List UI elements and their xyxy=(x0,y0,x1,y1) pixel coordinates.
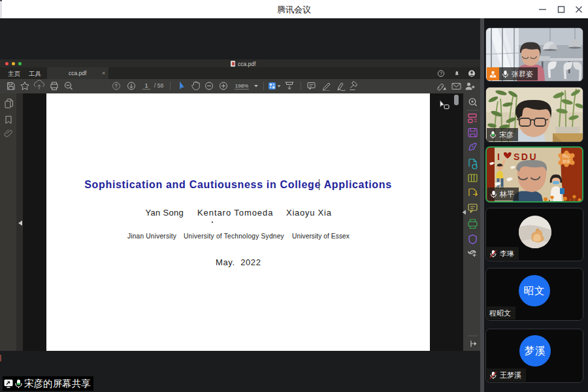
svg-text:?: ? xyxy=(440,71,442,76)
svg-text:/ 58: / 58 xyxy=(154,82,163,89)
svg-text:I: I xyxy=(497,152,500,162)
svg-text:198%: 198% xyxy=(235,83,248,89)
svg-text:抗疫: 抗疫 xyxy=(563,159,570,164)
svg-text:1: 1 xyxy=(145,82,148,89)
svg-text:同心: 同心 xyxy=(563,154,570,158)
